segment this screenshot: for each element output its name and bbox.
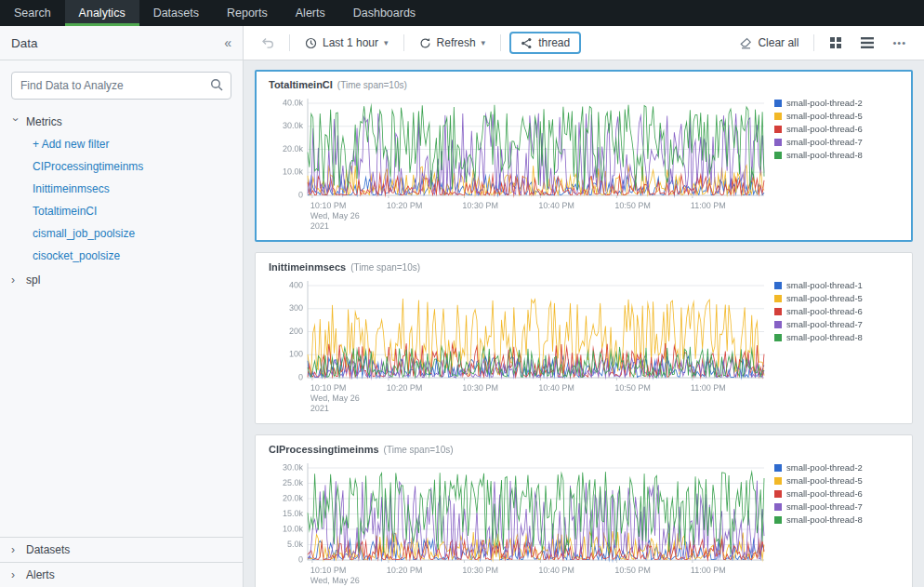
- chart-panel-ciprocessingtimeinms[interactable]: CIProcessingtimeinms(Time span=10s) smal…: [255, 434, 913, 587]
- top-nav: Search Analytics Datasets Reports Alerts…: [0, 0, 924, 26]
- chart-legend: small-pool-thread-2small-pool-thread-5sm…: [774, 458, 897, 527]
- sidebar-section-label: Datasets: [26, 543, 70, 556]
- clear-all-icon: [739, 37, 752, 49]
- legend-swatch: [774, 295, 782, 302]
- legend-item[interactable]: small-pool-thread-5: [774, 292, 897, 305]
- more-options-button[interactable]: •••: [886, 33, 913, 52]
- chart-subtitle: (Time span=10s): [337, 80, 407, 90]
- legend-item[interactable]: small-pool-thread-8: [774, 149, 897, 162]
- legend-label: small-pool-thread-2: [786, 97, 863, 110]
- nav-item-dashboards[interactable]: Dashboards: [339, 0, 429, 26]
- list-view-button[interactable]: [854, 33, 880, 52]
- metric-link-ciprocessingtimeinms[interactable]: CIProcessingtimeinms: [33, 155, 243, 178]
- more-icon: •••: [892, 37, 906, 48]
- data-sidebar: Data « › Metrics + Add new filter CIProc…: [0, 26, 244, 587]
- legend-item[interactable]: small-pool-thread-2: [774, 461, 897, 474]
- divider: [813, 34, 814, 51]
- legend-item[interactable]: small-pool-thread-7: [774, 136, 897, 149]
- collapse-sidebar-icon[interactable]: «: [224, 35, 231, 50]
- chart-canvas[interactable]: [267, 275, 769, 415]
- refresh-button[interactable]: Refresh ▾: [413, 33, 493, 53]
- chart-title: CIProcessingtimeinms: [269, 444, 379, 455]
- legend-label: small-pool-thread-8: [786, 514, 863, 527]
- legend-label: small-pool-thread-8: [786, 331, 863, 344]
- legend-swatch: [774, 308, 782, 315]
- grid-view-button[interactable]: [823, 33, 849, 53]
- time-range-button[interactable]: Last 1 hour ▾: [298, 33, 395, 53]
- legend-item[interactable]: small-pool-thread-2: [774, 97, 897, 110]
- legend-item[interactable]: small-pool-thread-7: [774, 318, 897, 331]
- legend-item[interactable]: small-pool-thread-7: [774, 500, 897, 514]
- nav-item-search[interactable]: Search: [0, 0, 65, 26]
- chart-title: Inittimeinmsecs: [269, 261, 346, 273]
- legend-item[interactable]: small-pool-thread-6: [774, 123, 897, 136]
- legend-item[interactable]: small-pool-thread-6: [774, 487, 897, 500]
- chevron-right-icon: ›: [11, 545, 20, 554]
- clear-all-button[interactable]: Clear all: [733, 33, 805, 53]
- sidebar-section-datasets[interactable]: › Datasets: [0, 537, 243, 562]
- legend-item[interactable]: small-pool-thread-8: [774, 331, 897, 344]
- legend-swatch: [774, 139, 782, 146]
- sidebar-title: Data: [11, 36, 38, 50]
- metric-link-totaltimeinci[interactable]: TotaltimeinCI: [33, 200, 243, 222]
- caret-down-icon: ▾: [384, 38, 389, 47]
- tree-group-spl[interactable]: › spl: [0, 269, 243, 291]
- refresh-label: Refresh: [437, 36, 476, 49]
- tree-group-metrics[interactable]: › Metrics: [0, 111, 243, 133]
- clear-all-label: Clear all: [758, 36, 799, 49]
- sidebar-section-alerts[interactable]: › Alerts: [0, 562, 243, 587]
- search-input[interactable]: [11, 72, 231, 100]
- nav-item-reports[interactable]: Reports: [213, 0, 282, 26]
- legend-label: small-pool-thread-1: [786, 279, 863, 292]
- legend-swatch: [774, 282, 782, 289]
- chart-canvas[interactable]: [267, 458, 769, 587]
- legend-label: small-pool-thread-6: [786, 305, 863, 318]
- chart-panel-inittimeinmsecs[interactable]: Inittimeinmsecs(Time span=10s) small-poo…: [255, 252, 913, 424]
- toolbar: Last 1 hour ▾ Refresh ▾: [244, 26, 924, 60]
- legend-label: small-pool-thread-7: [786, 500, 863, 514]
- tree-group-label: spl: [26, 273, 40, 287]
- chart-subtitle: (Time span=10s): [350, 262, 420, 273]
- legend-swatch: [774, 477, 782, 485]
- add-filter-link[interactable]: + Add new filter: [33, 133, 243, 155]
- legend-label: small-pool-thread-7: [786, 318, 863, 331]
- chart-canvas[interactable]: [267, 93, 769, 233]
- undo-button[interactable]: [255, 33, 281, 53]
- metric-link-cismall-job-poolsize[interactable]: cismall_job_poolsize: [33, 222, 243, 245]
- workspace: Data « › Metrics + Add new filter CIProc…: [0, 26, 924, 587]
- legend-item[interactable]: small-pool-thread-5: [774, 110, 897, 123]
- legend-swatch: [774, 113, 782, 120]
- chart-title-row: CIProcessingtimeinms(Time span=10s): [269, 444, 901, 455]
- tree-group-label: Metrics: [26, 115, 62, 128]
- time-range-label: Last 1 hour: [323, 36, 378, 49]
- legend-label: small-pool-thread-6: [786, 123, 863, 136]
- legend-item[interactable]: small-pool-thread-8: [774, 514, 897, 527]
- chart-title-row: Inittimeinmsecs(Time span=10s): [269, 261, 901, 273]
- divider: [289, 34, 290, 51]
- chart-legend: small-pool-thread-2small-pool-thread-5sm…: [774, 93, 897, 162]
- legend-item[interactable]: small-pool-thread-1: [774, 279, 897, 292]
- metric-link-cisocket-poolsize[interactable]: cisocket_poolsize: [33, 245, 243, 267]
- chevron-right-icon: ›: [11, 570, 20, 580]
- legend-swatch: [774, 100, 782, 107]
- nav-item-alerts[interactable]: Alerts: [282, 0, 339, 26]
- nav-item-datasets[interactable]: Datasets: [139, 0, 213, 26]
- metrics-children: + Add new filter CIProcessingtimeinms In…: [0, 133, 243, 269]
- legend-item[interactable]: small-pool-thread-6: [774, 305, 897, 318]
- charts-area: TotaltimeinCI(Time span=10s) small-pool-…: [244, 60, 924, 587]
- legend-swatch: [774, 152, 782, 159]
- legend-swatch: [774, 334, 782, 341]
- chevron-right-icon: ›: [11, 275, 20, 285]
- legend-label: small-pool-thread-7: [786, 136, 863, 149]
- chart-panel-totaltimeinci[interactable]: TotaltimeinCI(Time span=10s) small-pool-…: [255, 70, 913, 242]
- split-share-icon: [521, 37, 533, 49]
- legend-swatch: [774, 321, 782, 328]
- nav-item-analytics[interactable]: Analytics: [65, 0, 139, 26]
- metric-link-inittimeinmsecs[interactable]: Inittimeinmsecs: [33, 178, 243, 200]
- legend-label: small-pool-thread-2: [786, 461, 863, 474]
- legend-swatch: [774, 126, 782, 133]
- caret-down-icon: ▾: [482, 38, 486, 47]
- divider: [403, 34, 404, 51]
- legend-item[interactable]: small-pool-thread-5: [774, 474, 897, 487]
- split-by-thread-button[interactable]: thread: [509, 32, 581, 54]
